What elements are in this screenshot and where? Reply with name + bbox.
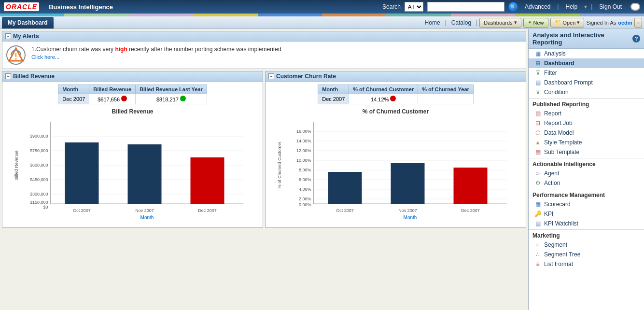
page-options-button[interactable]: ≡ [634,18,642,28]
dropdown-header: Analysis and Interactive Reporting ? [529,29,644,49]
dropdown-header-title: Analysis and Interactive Reporting [532,31,632,46]
condition-icon: ⊽ [534,89,541,96]
open-chevron-icon: ▾ [577,19,580,26]
secondary-navigation-bar: My Dashboard Home | Catalog | Dashboards… [0,16,644,29]
dropdown-item-analysis[interactable]: ▦ Analysis [529,49,644,58]
red-dot-icon [390,96,396,101]
click-here-link[interactable]: Click here... [31,54,59,60]
alerts-content: 1.Customer churn rate was very high rece… [2,42,526,69]
dropdown-item-dashboard[interactable]: ⊞ Dashboard [529,58,644,68]
oracle-logo: ORACLE [4,2,39,11]
cc-col-month: Month [318,85,349,94]
svg-text:$750,000: $750,000 [30,148,48,153]
billed-revenue-svg: $900,000 $750,000 $600,000 $450,000 $300… [5,117,260,223]
help-link[interactable]: Help [562,2,580,11]
dropdown-label-report-job: Report Job [544,120,573,127]
svg-text:$600,000: $600,000 [30,163,48,168]
new-label: New [533,20,544,26]
kpi-icon: 🔑 [534,211,541,217]
new-button[interactable]: ✦ New [523,18,548,28]
cc-cell-month: Dec 2007 [318,94,349,104]
dropdown-item-list-format[interactable]: ≡ List Format [529,259,644,269]
customer-churn-table: Month % of Churned Customer % of Churned… [318,85,474,104]
home-link[interactable]: Home [422,18,443,27]
segment-icon: ⛬ [534,241,541,248]
watchlist-icon: ▤ [534,220,541,227]
dropdown-label-analysis: Analysis [544,50,566,57]
dropdown-label-dashboard-prompt: Dashboard Prompt [544,79,593,86]
search-input[interactable] [427,2,504,12]
billed-revenue-collapse-button[interactable]: − [5,73,11,79]
svg-text:$900,000: $900,000 [30,134,48,139]
billed-revenue-header: − Billed Revenue [2,71,263,82]
scorecard-icon: ▦ [534,201,541,208]
dropdown-item-action[interactable]: ⚙ Action [529,178,644,188]
new-icon: ✦ [528,19,532,26]
dropdown-label-segment: Segment [544,241,567,248]
billed-revenue-chart: $900,000 $750,000 $600,000 $450,000 $300… [5,117,260,225]
customer-churn-chart: 16.00% 14.00% 12.00% 10.00% 8.00% 6.00% … [268,117,523,225]
catalog-link[interactable]: Catalog [448,18,474,27]
help-icon[interactable]: ? [632,35,640,42]
customer-churn-collapse-button[interactable]: − [268,73,274,79]
dashboards-chevron-icon: ▾ [514,19,517,26]
dropdown-label-agent: Agent [544,170,559,177]
dropdown-item-report[interactable]: ▤ Report [529,109,644,118]
dropdown-label-dashboard: Dashboard [544,60,574,67]
segmenttree-icon: ⛬ [534,251,541,258]
svg-text:$450,000: $450,000 [30,177,48,182]
dropdown-item-agent[interactable]: ☺ Agent [529,169,644,178]
datamodel-icon: ⬡ [534,129,541,136]
marketing-label: Marketing [529,229,644,240]
reportjob-icon: ⊡ [534,120,541,127]
svg-text:4.00%: 4.00% [299,187,311,192]
svg-text:6.00%: 6.00% [299,177,311,182]
alert-icon [6,45,26,65]
alert-text-area: 1.Customer churn rate was very high rece… [31,45,522,60]
report-icon: ▤ [534,110,541,117]
main-content-area: − My Alerts 1.Customer churn rate was ve… [0,29,644,310]
dropdown-item-sub-template[interactable]: ▤ Sub Template [529,147,644,157]
br-col-month: Month [58,85,89,94]
top-bar-center: Search All 🔍 Advanced | Help ▾ | Sign Ou… [113,2,640,12]
dropdown-item-segment-tree[interactable]: ⛬ Segment Tree [529,250,644,259]
svg-text:Dec 2007: Dec 2007 [461,208,480,213]
sign-out-link[interactable]: Sign Out [596,2,625,11]
svg-text:Dec 2007: Dec 2007 [198,208,217,213]
advanced-link[interactable]: Advanced [522,2,553,11]
customer-churn-header: − Customer Churn Rate [266,71,526,82]
svg-text:Nov 2007: Nov 2007 [398,208,417,213]
alerts-collapse-button[interactable]: − [5,33,11,39]
svg-text:Month: Month [140,215,154,220]
dropdown-item-report-job[interactable]: ⊡ Report Job [529,118,644,128]
dropdown-item-scorecard[interactable]: ▦ Scorecard [529,199,644,209]
search-scope-select[interactable]: All [405,2,423,12]
action-icon: ⚙ [534,180,541,186]
customer-churn-section: − Customer Churn Rate Month % of Churned… [265,71,526,228]
dropdown-item-segment[interactable]: ⛬ Segment [529,240,644,250]
search-label: Search [382,3,401,10]
churn-bar-nov-2007 [391,163,425,204]
dropdown-item-kpi-watchlist[interactable]: ▤ KPI Watchlist [529,219,644,228]
search-go-button[interactable]: 🔍 [508,2,518,12]
dropdown-item-style-template[interactable]: ▲ Style Template [529,138,644,147]
svg-text:Nov 2007: Nov 2007 [135,208,154,213]
style-icon: ▲ [534,139,541,146]
green-dot-icon [180,96,186,101]
svg-text:$0: $0 [43,205,48,210]
dropdown-item-kpi[interactable]: 🔑 KPI [529,209,644,219]
dropdown-label-sub-template: Sub Template [544,149,579,155]
customer-churn-svg: 16.00% 14.00% 12.00% 10.00% 8.00% 6.00% … [268,117,523,223]
open-button[interactable]: 📁 Open ▾ [550,18,585,28]
dropdown-item-condition[interactable]: ⊽ Condition [529,87,644,97]
dashboard-area: − My Alerts 1.Customer churn rate was ve… [0,29,528,310]
dashboards-button[interactable]: Dashboards ▾ [479,18,521,28]
billed-revenue-chart-title: Billed Revenue [5,108,260,115]
second-bar-actions: Home | Catalog | Dashboards ▾ ✦ New 📁 Op… [422,18,642,28]
dropdown-item-dashboard-prompt[interactable]: ▤ Dashboard Prompt [529,78,644,87]
dropdown-item-data-model[interactable]: ⬡ Data Model [529,128,644,138]
new-dropdown-panel: Analysis and Interactive Reporting ? ▦ A… [528,29,644,310]
bar-dec-2007 [191,157,224,204]
dropdown-item-filter[interactable]: ⊽ Filter [529,68,644,78]
my-dashboard-tab[interactable]: My Dashboard [2,17,54,28]
